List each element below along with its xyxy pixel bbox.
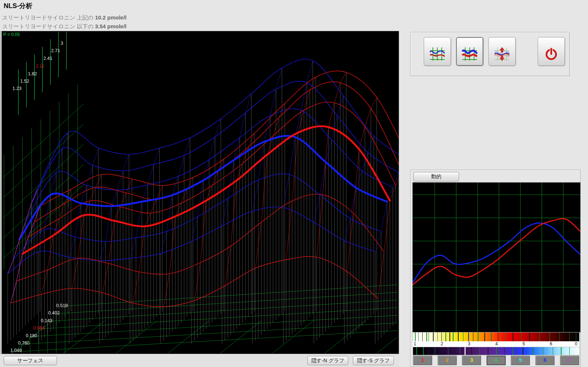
bold-curves-icon xyxy=(462,46,478,62)
colorscale-tick xyxy=(426,332,427,341)
colorscale-tick xyxy=(569,332,570,341)
colorscale-tick xyxy=(553,347,553,355)
colorscale-number: 6 xyxy=(550,341,552,347)
colorscale-tick xyxy=(441,347,442,355)
spread-arrows-icon xyxy=(494,46,510,62)
axis-label: 2.11 xyxy=(36,64,44,69)
colorscale-tick xyxy=(484,332,485,341)
colorscale-tick xyxy=(465,347,466,355)
axis-label: 0.143 xyxy=(41,318,52,323)
colorscale-tick xyxy=(533,347,533,355)
colorscale-tick xyxy=(513,332,513,341)
threshold-lower-label: スリートリヨードサイロニン 以下の xyxy=(2,23,93,29)
colorscale-number: 4 xyxy=(495,341,498,347)
axis-label: 1.52 xyxy=(20,79,29,84)
colorscale-tick xyxy=(576,332,577,341)
group-color-button-3[interactable]: 3 xyxy=(462,356,481,365)
colorscale-tick xyxy=(521,332,522,341)
bottom-toolbar: サーフェス 隠す-N グラフ 隠す-S グラフ xyxy=(0,354,399,367)
threshold-upper-line: スリートリヨードサイロニン 上記の10.2 pmole/l xyxy=(2,14,126,21)
threshold-lower-line: スリートリヨードサイロニン 以下の3.54 pmole/l xyxy=(2,23,126,30)
colorscale-tick xyxy=(460,347,460,355)
close-power-button[interactable] xyxy=(538,37,565,66)
colorscale-tick xyxy=(458,332,459,341)
surface-plot-3d[interactable]: P < 0.05 32.712.412.111.821.521.230.5190… xyxy=(1,31,399,354)
colorscale-tick xyxy=(488,347,488,355)
group-color-button-5[interactable]: 5 xyxy=(511,356,530,365)
axis-label: 0.180 xyxy=(26,333,37,338)
colorscale-tick xyxy=(480,347,480,355)
colorscale-tick xyxy=(513,347,513,355)
colorscale-tick xyxy=(505,347,505,355)
view-spread-arrows-button[interactable] xyxy=(488,37,516,66)
hide-s-graph-button[interactable]: 隠す-S グラフ xyxy=(353,356,394,365)
colorscale-tick xyxy=(422,332,423,341)
axis-label: 0.519 xyxy=(56,303,68,308)
colorscale-tick xyxy=(429,332,429,341)
dynamic-chart[interactable] xyxy=(412,182,581,332)
colorscale-tick xyxy=(445,332,446,341)
colorscale-tick xyxy=(468,332,469,341)
colorscale-tick xyxy=(559,332,560,341)
page-title: NLS-分析 xyxy=(4,1,32,10)
colorscale-tick xyxy=(418,332,419,341)
colorscale-tick xyxy=(523,347,523,355)
colorscale-number: 0 xyxy=(575,341,577,347)
colorscale-tick xyxy=(453,332,453,341)
dynamic-panel: 動的 1234560 1234567 xyxy=(410,170,581,367)
colorscale-tick xyxy=(473,332,474,341)
group-color-button-4[interactable]: 4 xyxy=(487,356,506,365)
colorscale-tick xyxy=(463,332,464,341)
axis-label: 2.71 xyxy=(51,48,60,53)
axis-label: 0.402 xyxy=(48,310,60,316)
colorscale-tick xyxy=(561,347,562,355)
axis-label: 2.41 xyxy=(43,56,52,61)
colorscale-tick xyxy=(471,347,472,355)
colorscale-tick xyxy=(423,347,424,355)
colorscale-tick xyxy=(569,347,570,355)
power-icon xyxy=(543,47,559,62)
colorscale-tick xyxy=(543,347,544,355)
view-thin-curves-button[interactable] xyxy=(424,37,451,66)
colorscale-tick xyxy=(491,332,492,341)
colorscale-tick xyxy=(448,347,449,355)
view-toolbar-panel xyxy=(410,32,570,76)
group-color-button-7[interactable]: 7 xyxy=(560,356,579,365)
colorscale-tick xyxy=(433,332,434,341)
group-color-button-1[interactable]: 1 xyxy=(413,356,432,365)
colorscale-warm-bar xyxy=(413,332,580,342)
hide-n-graph-button[interactable]: 隠す-N グラフ xyxy=(307,356,348,365)
axis-label: 1.049 xyxy=(10,348,22,353)
group-color-button-2[interactable]: 2 xyxy=(438,356,457,365)
threshold-lower-value: 3.54 pmole/l xyxy=(95,23,126,29)
view-bold-curves-button[interactable] xyxy=(456,37,483,66)
colorscale-tick xyxy=(549,332,550,341)
colorscale-tick xyxy=(441,332,442,341)
colorscale-tick xyxy=(539,332,540,341)
colorscale-tick xyxy=(416,347,417,355)
threshold-upper-value: 10.2 pmole/l xyxy=(95,14,126,21)
axis-label: 3 xyxy=(61,41,63,46)
colorscale-tick xyxy=(428,347,429,355)
colorscale-number: 3 xyxy=(468,341,470,347)
colorscale-tick xyxy=(435,347,435,355)
colorscale-tick xyxy=(455,347,455,355)
colorscale-tick xyxy=(437,332,438,341)
thin-curves-icon xyxy=(429,46,445,62)
colorscale-tick xyxy=(449,332,450,341)
surface-button[interactable]: サーフェス xyxy=(4,356,57,365)
colorscale-tick xyxy=(496,347,497,355)
dynamic-button[interactable]: 動的 xyxy=(413,172,459,181)
p-value-label: P < 0.05 xyxy=(3,32,20,37)
colorscale-tick xyxy=(529,332,530,341)
colorscale-cool-bar xyxy=(413,347,580,355)
colorscale-tick xyxy=(505,332,505,341)
colorscale-numbers: 1234560 xyxy=(413,341,579,347)
colorscale-number: 1 xyxy=(414,341,416,347)
group-color-button-6[interactable]: 6 xyxy=(535,356,555,365)
nls-analysis-window: NLS-分析 スリートリヨードサイロニン 上記の10.2 pmole/l スリー… xyxy=(0,0,588,367)
colorscale-number: 5 xyxy=(523,341,525,347)
colorscale-tick xyxy=(415,332,416,341)
axis-label: 0.064 xyxy=(33,325,44,331)
axis-label: 0.760 xyxy=(18,341,29,346)
